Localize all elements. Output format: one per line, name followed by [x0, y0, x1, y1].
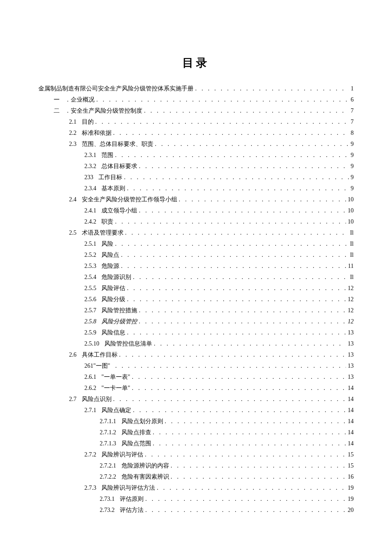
toc-entry-leader — [124, 172, 349, 183]
toc-entry-number: 2.4.2 — [84, 216, 96, 227]
toc-entry: 2.5.4危险源识别Il — [38, 272, 354, 283]
toc-entry-page: 13 — [348, 327, 354, 338]
toc-entry-number: 2.7.2.2 — [100, 471, 116, 482]
toc-entry: 2.3.2总体目标要求9 — [38, 161, 354, 172]
toc-entry-text: 范围、总体目标要求、职责 — [82, 139, 153, 150]
toc-entry-number: 2.5.2 — [84, 250, 96, 261]
toc-entry-leader — [127, 294, 346, 305]
toc-entry-text: 风险分级管控 — [101, 316, 137, 327]
toc-entry-text: 安全生产风险分级管控工作领导小组 — [82, 194, 177, 205]
toc-entry-page: 13 — [348, 349, 354, 360]
toc-entry: 2.7.1.1风险点划分原则14 — [38, 416, 354, 427]
document-page: 目录 金属制品制造有限公司安全生产风险分级管控体系实施手册1一．企业概况6二．安… — [0, 0, 392, 555]
toc-entry-leader — [144, 105, 349, 116]
toc-entry-page: 6 — [351, 94, 354, 105]
toc-entry-page: 14 — [348, 383, 354, 394]
toc-entry-page: Il — [350, 227, 354, 238]
toc-entry-text: 具体工作目标 — [82, 349, 118, 360]
toc-entry-text: 总体目标要求 — [101, 161, 137, 172]
toc-entry-page: 13 — [348, 372, 354, 383]
toc-entry-number: 2.5.1 — [84, 238, 96, 250]
toc-entry-leader — [127, 283, 346, 294]
toc-entry: 2.7.2.1危险源辨识的内容15 — [38, 460, 354, 471]
toc-entry-page: 1 — [351, 83, 354, 94]
toc-entry-text: 范围 — [101, 150, 113, 161]
toc-entry-page: 11 — [348, 261, 354, 272]
toc-entry-leader — [113, 128, 349, 139]
toc-entry-leader — [139, 305, 346, 316]
toc-entry: 2.6具体工作目标13 — [38, 349, 354, 360]
toc-entry: 2.3.1范围9 — [38, 150, 354, 161]
toc-entry-number: 2.7.3 — [84, 482, 96, 494]
toc-entry-text: 危险有害因素辨识 — [121, 471, 169, 482]
toc-entry: 2.5.8风险分级管控12 — [38, 316, 354, 327]
toc-entry-page: 7 — [351, 116, 354, 128]
toc-entry-page: 14 — [348, 427, 354, 438]
toc-entry-leader — [133, 272, 348, 283]
toc-entry-text: 目的 — [82, 116, 94, 128]
toc-entry-page: 12 — [348, 316, 354, 327]
toc-entry: 2.7.3风险辨识与评估方法19 — [38, 482, 354, 494]
toc-entry-text: 基本原则 — [101, 183, 125, 194]
toc-entry-number: 2.73.1 — [100, 494, 115, 505]
toc-entry-text: 标准和依据 — [82, 128, 112, 139]
toc-entry-number: 2.3.1 — [84, 150, 96, 161]
toc-entry-number: 2.3.2 — [84, 161, 96, 172]
toc-entry-leader — [145, 505, 346, 516]
toc-entry: 2.7.2.2危险有害因素辨识16 — [38, 471, 354, 482]
toc-entry-text: 危险源识别 — [101, 272, 131, 283]
toc-entry-page: 10 — [348, 194, 354, 205]
toc-entry-text: 风险信息 — [101, 327, 125, 338]
toc-entry-text: "一单一表" — [101, 372, 130, 383]
toc-entry-number: 2.6.2 — [84, 383, 96, 394]
toc-entry: 2.7风险点识别14 — [38, 394, 354, 405]
toc-entry-number: 2.2 — [69, 128, 77, 139]
toc-entry-leader — [153, 427, 346, 438]
toc-entry-page: 9 — [351, 161, 354, 172]
toc-entry: 2.3范围、总体目标要求、职责9 — [38, 139, 354, 150]
toc-entry: 2.7.1风险点确定14 — [38, 405, 354, 416]
toc-entry-text: 危险源 — [101, 261, 119, 272]
toc-entry-text: 风险点 — [101, 250, 119, 261]
toc-entry-text: "一卡一单" — [101, 383, 130, 394]
toc-entry-text: 风险 — [101, 238, 113, 250]
toc-entry-leader — [139, 316, 346, 327]
toc-entry-number: 2.4 — [69, 194, 77, 205]
toc-entry-leader — [139, 161, 349, 172]
toc-entry-text: 危险源辨识的内容 — [121, 460, 169, 471]
toc-entry: 2.5.9风险信息13 — [38, 327, 354, 338]
toc-entry-number: 二 — [54, 105, 60, 116]
toc-entry-page: 9 — [351, 172, 354, 183]
toc-entry-leader — [132, 372, 346, 383]
toc-entry-leader — [157, 482, 346, 494]
toc-entry: 2.5.3危险源11 — [38, 261, 354, 272]
toc-entry: 2.5.7风险管控措施12 — [38, 305, 354, 316]
toc-entry-text: 金属制品制造有限公司安全生产风险分级管控体系实施手册 — [38, 83, 193, 94]
toc-entry-number: 2.7.2.1 — [100, 460, 116, 471]
toc-entry: 二．安全生产风险分级管控制度7 — [38, 105, 354, 116]
toc-entry-page: 15 — [348, 460, 354, 471]
toc-entry-leader — [119, 349, 346, 360]
toc-entry-number: 2.5.4 — [84, 272, 96, 283]
toc-entry-page: 16 — [348, 471, 354, 482]
toc-entry-page: 9 — [351, 150, 354, 161]
toc-entry: 2.5.6风险分级12 — [38, 294, 354, 305]
toc-entry-page: 12 — [348, 283, 354, 294]
toc-entry: 2.73.1评估原则19 — [38, 494, 354, 505]
toc-entry-number: 261"一图" — [84, 360, 110, 372]
toc-entry: 2.5术语及管理要求Il — [38, 227, 354, 238]
toc-entry-text: ．企业概况 — [65, 94, 95, 105]
toc-entry-number: 2.7.1.1 — [100, 416, 116, 427]
toc-entry-text: 风险评估 — [101, 283, 125, 294]
toc-entry-leader — [154, 338, 346, 349]
toc-entry: 2.6.1"一单一表"13 — [38, 372, 354, 383]
toc-entry-leader — [115, 360, 346, 372]
toc-entry: 2.7.1.3风险点范围14 — [38, 438, 354, 449]
toc-entry-number: 2.7.2 — [84, 449, 96, 460]
toc-entry: 2.6.2"一卡一单"14 — [38, 383, 354, 394]
toc-entry-text: 评估方法 — [120, 505, 144, 516]
toc-entry-text: 风险辨识与评估方法 — [101, 482, 155, 494]
toc-entry: 2.4.2职责10 — [38, 216, 354, 227]
toc-entry: 2.7.1.2风险点排查14 — [38, 427, 354, 438]
toc-entry-number: 2.1 — [69, 116, 77, 128]
